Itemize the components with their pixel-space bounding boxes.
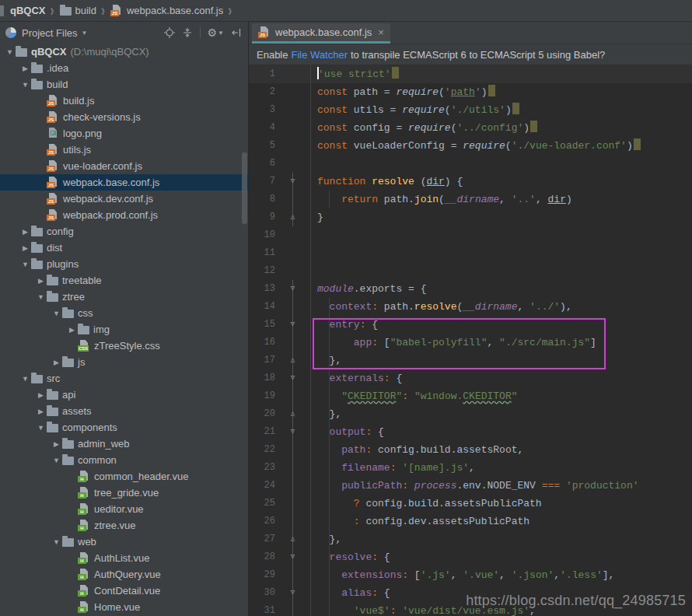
tree-item-dist[interactable]: ▶dist xyxy=(0,240,248,256)
code-line[interactable]: 9△} xyxy=(249,208,692,226)
tree-item-utils-js[interactable]: JSutils.js xyxy=(0,142,248,158)
tree-item-plugins[interactable]: ▼plugins xyxy=(0,256,248,272)
tree-item-check-versions-js[interactable]: JScheck-versions.js xyxy=(0,109,248,125)
tab-webpack-base-conf[interactable]: JS webpack.base.conf.js × xyxy=(252,23,390,44)
code-line[interactable]: 13▽module.exports = { xyxy=(249,280,692,298)
expand-arrow-icon[interactable]: ▼ xyxy=(4,48,16,56)
tree-item--idea[interactable]: ▶.idea xyxy=(0,60,248,76)
tree-item-logo-png[interactable]: logo.png xyxy=(0,125,248,142)
code-line[interactable]: 5const vueLoaderConfig = require('./vue-… xyxy=(249,137,692,155)
code-line[interactable]: 25 ? config.build.assetsPublicPath xyxy=(249,495,692,513)
tree-item-webpack-dev-conf-js[interactable]: JSwebpack.dev.conf.js xyxy=(0,191,248,207)
tree-item-build[interactable]: ▼build xyxy=(0,76,248,93)
fold-end-icon[interactable]: △ xyxy=(291,535,295,543)
code-line[interactable]: 29 extensions: ['.js', '.vue', '.json','… xyxy=(249,566,692,584)
fold-expanded-icon[interactable]: ▽ xyxy=(291,374,295,382)
tree-item-ztree[interactable]: ▼ztree xyxy=(0,289,248,305)
locate-file-button[interactable] xyxy=(164,27,175,38)
expand-arrow-icon[interactable]: ▶ xyxy=(19,65,31,72)
expand-arrow-icon[interactable]: ▶ xyxy=(35,277,47,285)
expand-arrow-icon[interactable]: ▼ xyxy=(35,424,47,432)
tree-item-qbqcx[interactable]: ▼qBQCX (D:\muqi\qBQCX) xyxy=(0,44,248,60)
settings-gear-button[interactable]: ⚙ ▼ xyxy=(208,27,224,38)
code-line[interactable]: 15▽ entry: { xyxy=(249,316,692,334)
fold-end-icon[interactable]: △ xyxy=(291,356,295,364)
code-line[interactable]: 19 "CKEDITOR": "window.CKEDITOR" xyxy=(249,387,692,405)
tree-item-src[interactable]: ▼src xyxy=(0,370,248,387)
fold-expanded-icon[interactable]: ▽ xyxy=(291,428,295,436)
tree-item-contdetail-vue[interactable]: HContDetail.vue xyxy=(0,583,248,599)
code-line[interactable]: 23 filename: '[name].js', xyxy=(249,459,692,477)
code-line[interactable]: 4const config = require('../config') xyxy=(249,119,692,137)
code-line[interactable]: 3const utils = require('./utils') xyxy=(249,101,692,119)
expand-arrow-icon[interactable]: ▶ xyxy=(35,408,47,415)
code-line[interactable]: 17△ }, xyxy=(249,352,692,369)
expand-arrow-icon[interactable]: ▼ xyxy=(51,310,62,317)
code-line[interactable]: 27△ }, xyxy=(249,530,692,548)
hide-panel-button[interactable] xyxy=(231,27,242,38)
code-line[interactable]: 2const path = require('path') xyxy=(249,83,692,101)
code-line[interactable]: 11 xyxy=(249,244,692,262)
code-line[interactable]: 14 context: path.resolve(__dirname, '../… xyxy=(249,298,692,316)
tree-item-authlist-vue[interactable]: HAuthList.vue xyxy=(0,550,248,566)
code-line[interactable]: 28▽ resolve: { xyxy=(249,548,692,566)
code-line[interactable]: 8 return path.join(__dirname, '..', dir) xyxy=(249,191,692,208)
breadcrumb-item-file[interactable]: JS webpack.base.conf.js xyxy=(110,5,223,16)
code-line[interactable]: 21▽ output: { xyxy=(249,423,692,441)
code-line[interactable]: 16 app: ["babel-polyfill", "./src/main.j… xyxy=(249,334,692,352)
expand-arrow-icon[interactable]: ▶ xyxy=(19,244,31,252)
breadcrumb-item-build[interactable]: build xyxy=(60,5,96,16)
tree-item-tree-gride-vue[interactable]: Htree_gride.vue xyxy=(0,485,248,501)
tree-item-components[interactable]: ▼components xyxy=(0,419,248,436)
code-editor[interactable]: 1'use strict'2const path = require('path… xyxy=(249,65,692,616)
chevron-down-icon[interactable]: ▼ xyxy=(82,30,88,37)
tree-item-authquery-vue[interactable]: HAuthQuery.vue xyxy=(0,566,248,583)
expand-arrow-icon[interactable]: ▼ xyxy=(19,375,31,383)
code-line[interactable]: 22 path: config.build.assetsRoot, xyxy=(249,441,692,459)
code-line[interactable]: 18▽ externals: { xyxy=(249,369,692,387)
expand-arrow-icon[interactable]: ▶ xyxy=(66,326,78,334)
tree-item-api[interactable]: ▶api xyxy=(0,387,248,403)
expand-arrow-icon[interactable]: ▼ xyxy=(51,457,62,464)
tree-item-common[interactable]: ▼common xyxy=(0,452,248,468)
tree-item-webpack-prod-conf-js[interactable]: JSwebpack.prod.conf.js xyxy=(0,207,248,223)
expand-arrow-icon[interactable]: ▼ xyxy=(35,293,47,301)
tree-item-treetable[interactable]: ▶treetable xyxy=(0,272,248,289)
fold-expanded-icon[interactable]: ▽ xyxy=(291,177,295,185)
fold-end-icon[interactable]: △ xyxy=(291,213,295,221)
tree-item-assets[interactable]: ▶assets xyxy=(0,403,248,419)
code-line[interactable]: 10 xyxy=(249,226,692,244)
code-line[interactable]: 12 xyxy=(249,262,692,280)
close-icon[interactable]: × xyxy=(378,26,384,38)
fold-expanded-icon[interactable]: ▽ xyxy=(291,553,295,561)
expand-arrow-icon[interactable]: ▼ xyxy=(19,261,31,268)
fold-expanded-icon[interactable]: ▽ xyxy=(291,320,295,328)
tree-item-webpack-base-conf-js[interactable]: JSwebpack.base.conf.js xyxy=(0,174,248,191)
breadcrumb-item-project[interactable]: qBQCX xyxy=(10,5,46,16)
tree-item-build-js[interactable]: JSbuild.js xyxy=(0,93,248,109)
tree-item-img[interactable]: ▶img xyxy=(0,321,248,338)
collapse-all-button[interactable] xyxy=(182,27,193,38)
tree-item-web[interactable]: ▼web xyxy=(0,534,248,550)
tree-item-vue-loader-conf-js[interactable]: JSvue-loader.conf.js xyxy=(0,158,248,174)
tree-item-ztree-vue[interactable]: Hztree.vue xyxy=(0,517,248,534)
code-line[interactable]: 1'use strict' xyxy=(249,65,692,83)
tree-item-home-vue[interactable]: HHome.vue xyxy=(0,599,248,615)
project-view-selector[interactable]: Project Files xyxy=(22,27,78,39)
expand-arrow-icon[interactable]: ▶ xyxy=(35,391,47,399)
expand-arrow-icon[interactable]: ▶ xyxy=(51,359,62,366)
code-line[interactable]: 20△ }, xyxy=(249,405,692,423)
tree-item-common-header-vue[interactable]: Hcommon_header.vue xyxy=(0,468,248,485)
fold-expanded-icon[interactable]: ▽ xyxy=(291,589,295,597)
tree-item-config[interactable]: ▶config xyxy=(0,223,248,240)
code-line[interactable]: 24 publicPath: process.env.NODE_ENV === … xyxy=(249,477,692,495)
code-line[interactable]: 7▽function resolve (dir) { xyxy=(249,173,692,191)
fold-expanded-icon[interactable]: ▽ xyxy=(291,285,295,292)
expand-arrow-icon[interactable]: ▼ xyxy=(51,538,62,546)
tree-item-admin-web[interactable]: ▶admin_web xyxy=(0,436,248,452)
expand-arrow-icon[interactable]: ▼ xyxy=(19,81,31,89)
tree-item-ztreestyle-css[interactable]: CSSzTreeStyle.css xyxy=(0,338,248,354)
expand-arrow-icon[interactable]: ▶ xyxy=(51,440,62,448)
tree-item-css[interactable]: ▼css xyxy=(0,305,248,321)
file-watcher-link[interactable]: File Watcher xyxy=(291,49,347,61)
